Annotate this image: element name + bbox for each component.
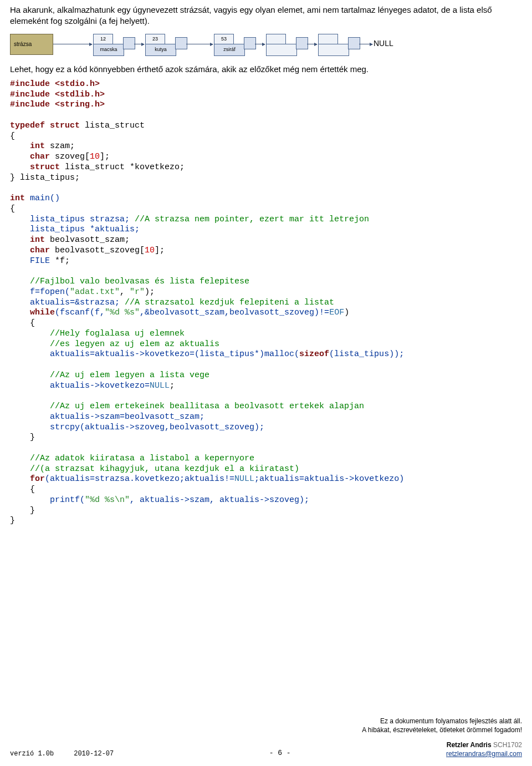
arrow-icon xyxy=(134,44,144,44)
arrow-icon xyxy=(186,44,213,44)
diagram-node-3-num: 53 xyxy=(214,34,234,45)
diagram-node-3-label: zsiráf xyxy=(214,44,245,56)
arrow-icon xyxy=(53,44,92,44)
arrow-icon xyxy=(307,44,317,44)
arrow-icon xyxy=(359,44,372,44)
footer-date: 2010-12-07 xyxy=(74,749,114,758)
footer-version: verzió 1.0b xyxy=(10,749,54,758)
intro-paragraph-2: Lehet, hogy ez a kód könnyebben érthető … xyxy=(10,64,522,75)
diagram-node-1-label: macska xyxy=(93,44,124,56)
pointer-box-icon xyxy=(296,37,308,49)
diagram-node-2-label: kutya xyxy=(145,44,176,56)
code-block: #include <stdio.h> #include <stdlib.h> #… xyxy=(10,79,522,526)
diagram-node-1-num: 12 xyxy=(93,34,113,45)
pointer-box-icon xyxy=(244,37,256,49)
diagram-node-2-num: 23 xyxy=(145,34,165,45)
pointer-box-icon xyxy=(123,37,135,49)
pointer-box-icon xyxy=(348,37,360,49)
diagram-null-label: NULL xyxy=(374,38,393,49)
footer-note-1: Ez a dokumentum folyamatos fejlesztés al… xyxy=(10,717,522,726)
intro-paragraph-1: Ha akarunk, alkalmazhatunk egy úgyneveze… xyxy=(10,4,522,27)
page-footer: Ez a dokumentum folyamatos fejlesztés al… xyxy=(10,717,522,758)
arrow-icon xyxy=(255,44,265,44)
footer-note-2: A hibákat, észrevételeket, ötleteket örö… xyxy=(10,726,522,734)
linked-list-diagram: strázsa 12 macska 23 kutya 53 zsiráf xyxy=(10,32,398,58)
footer-author-code: SCH1702 xyxy=(492,741,522,749)
diagram-strazsa-node: strázsa xyxy=(10,34,53,55)
footer-author-name: Retzler Andris xyxy=(447,741,492,749)
footer-email-link[interactable]: retzlerandras@gmail.com xyxy=(446,750,522,758)
footer-page-number: - 6 - xyxy=(269,748,291,758)
pointer-box-icon xyxy=(175,37,187,49)
